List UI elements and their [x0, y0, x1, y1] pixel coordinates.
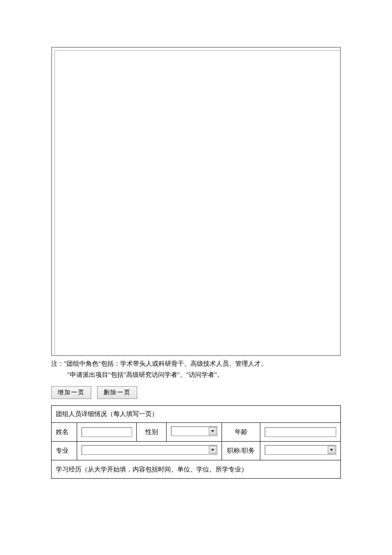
- name-label: 姓名: [52, 423, 77, 442]
- button-row: 增加一页 删除一页: [51, 386, 341, 399]
- education-label: 学习经历（从大学开始填，内容包括时间、单位、学位、所学专业）: [52, 460, 341, 479]
- major-select[interactable]: [81, 445, 217, 455]
- name-input[interactable]: [81, 427, 132, 437]
- chevron-down-icon: [209, 446, 216, 454]
- age-label: 年龄: [222, 423, 260, 442]
- gender-label: 性别: [137, 423, 167, 442]
- chevron-down-icon: [328, 446, 335, 454]
- form-header: 团组人员详细情况（每人填写一页）: [52, 406, 341, 423]
- gender-select[interactable]: [171, 426, 217, 436]
- member-detail-table: 团组人员详细情况（每人填写一页） 姓名 性别 年龄 专业: [51, 405, 341, 479]
- title-position-label: 职称/职务: [222, 442, 260, 460]
- chevron-down-icon: [209, 427, 216, 435]
- large-textarea-inner: [55, 50, 340, 356]
- notes-block: 注："团组中角色"包括：学术带头人或科研骨干、高级技术人员、管理人才。 "申请派…: [51, 358, 341, 380]
- large-textarea-box[interactable]: [51, 47, 341, 356]
- major-label: 专业: [52, 442, 77, 460]
- note-line-1: 注："团组中角色"包括：学术带头人或科研骨干、高级技术人员、管理人才。: [51, 358, 341, 370]
- delete-page-button[interactable]: 删除一页: [97, 386, 137, 399]
- age-input[interactable]: [265, 427, 336, 437]
- add-page-button[interactable]: 增加一页: [51, 386, 91, 399]
- note-line-2: "申请派出项目"包括"高级研究访问学者"、"访问学者"。: [51, 370, 341, 381]
- title-position-select[interactable]: [265, 445, 336, 455]
